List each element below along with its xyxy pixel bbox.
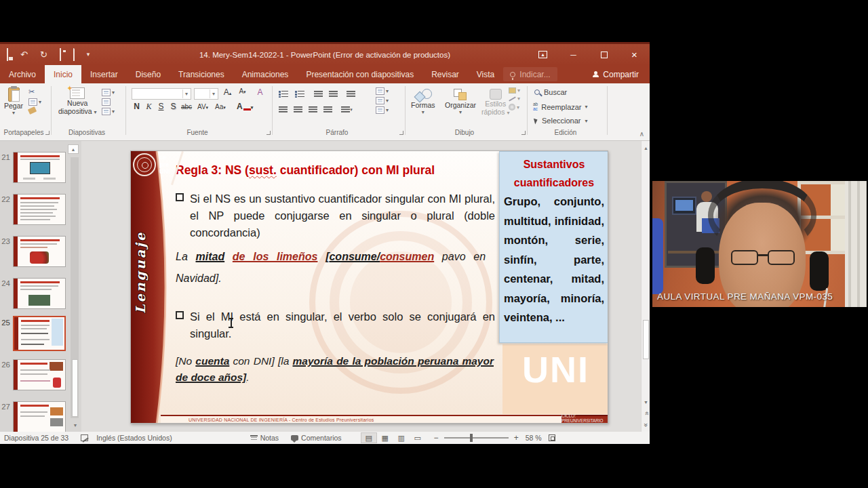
convert-smartart-button[interactable]: ▾ [376,106,389,114]
thumbnail-slide-26[interactable] [13,359,66,390]
zoom-slider-thumb[interactable] [470,434,473,442]
replace-button[interactable]: ab ac Reemplazar ▾ [533,102,588,111]
bullet-1-row[interactable]: Si el NS es un sustantivo cuantificador … [176,190,495,241]
start-slideshow-icon[interactable] [60,49,61,61]
thumbnail-slide-24[interactable] [13,278,66,309]
text-shadow-button[interactable]: S [168,102,178,113]
clear-formatting-button[interactable]: A [255,87,265,99]
thumbnail-slide-25-selected[interactable] [13,316,66,351]
close-button[interactable]: × [619,44,650,65]
scroll-up-button[interactable]: ▲ [642,143,650,152]
tab-insertar[interactable]: Insertar [81,65,127,83]
decrease-indent-button[interactable] [312,88,325,100]
paste-button[interactable]: Pegar ▾ [4,87,23,116]
normal-view-button[interactable]: ▤ [361,432,377,443]
cut-button[interactable]: ✂ [28,87,41,96]
shape-effects-button[interactable]: ▾ [509,104,520,110]
thumb-scrollbar-thumb[interactable] [72,359,78,417]
drawing-dialog-launcher-icon[interactable] [521,131,526,135]
font-dialog-launcher-icon[interactable] [267,131,271,135]
proofing-button[interactable] [81,434,88,441]
tab-presentacion[interactable]: Presentación con diapositivas [297,65,422,83]
zoom-level[interactable]: 58 % [526,434,542,442]
bullet-2-row[interactable]: Si el MI está en singular, el verbo solo… [176,308,495,342]
line-spacing-button[interactable] [344,88,357,100]
font-name-combo[interactable]: ▾ [132,88,191,100]
change-case-button[interactable]: Aa▾ [214,103,226,115]
tab-diseno[interactable]: Diseño [127,65,170,83]
character-spacing-button[interactable]: AV▾ [197,103,209,115]
slide-sorter-view-button[interactable]: ▦ [377,432,393,443]
example-1-text[interactable]: La mitad de los limeños [consume/consume… [176,246,486,289]
thumb-scroll-down-button[interactable]: ▼ [71,420,80,430]
reading-view-button[interactable]: ▥ [393,432,410,443]
new-file-icon[interactable] [73,49,75,61]
clipboard-dialog-launcher-icon[interactable] [45,131,50,135]
shrink-font-button[interactable]: A▾ [237,87,248,99]
section-button[interactable]: ▾ [102,108,115,115]
scrollbar-thumb[interactable] [643,320,649,359]
zoom-out-button[interactable]: − [434,433,439,443]
slideshow-view-button[interactable]: ▭ [410,432,426,443]
bold-button[interactable]: N [132,102,142,113]
tab-revisar[interactable]: Revisar [422,65,468,83]
tab-animaciones[interactable]: Animaciones [233,65,298,83]
columns-button[interactable]: ▾ [340,104,353,115]
maximize-button[interactable] [589,44,619,65]
thumbnail-slide-21[interactable] [13,152,66,183]
tab-inicio[interactable]: Inicio [45,65,81,83]
comments-button[interactable]: Comentarios [291,434,342,442]
tab-archivo[interactable]: Archivo [0,65,45,83]
find-button[interactable]: Buscar [534,88,567,96]
collapse-ribbon-icon[interactable]: ∧ [639,130,644,138]
align-right-button[interactable] [307,104,319,115]
increase-indent-button[interactable] [327,88,340,100]
thumb-scroll-up-button[interactable]: ▲ [68,144,79,154]
scroll-down-button[interactable]: ▼ [642,397,650,407]
grow-font-button[interactable]: A▴ [222,87,233,99]
tab-vista[interactable]: Vista [468,65,503,83]
text-direction-button[interactable]: ▾ [376,87,389,95]
quick-styles-button[interactable]: Estilos rápidos ▾ [481,89,509,116]
quantifier-nouns-box[interactable]: Sustantivos cuantificadores Grupo, conju… [499,151,608,343]
thumbnail-slide-22[interactable] [13,194,66,225]
previous-slide-button[interactable]: » [641,409,652,418]
new-slide-button[interactable]: ✦ Nueva diapositiva ▾ [58,87,97,115]
save-icon[interactable] [7,49,8,61]
font-color-button[interactable]: A▾ [236,102,254,113]
slide-canvas[interactable]: ce pre UNI Lenguaje Regla 3: NS (sust. c… [130,150,608,424]
italic-button[interactable]: K [144,102,154,113]
shape-outline-button[interactable]: ▾ [509,96,520,102]
share-button[interactable]: Compartir [582,65,650,83]
bullets-button[interactable] [277,88,290,100]
tab-transiciones[interactable]: Transiciones [170,65,233,83]
copy-button[interactable]: ▾ [28,98,41,106]
ribbon-display-options-button[interactable]: ▴ [528,44,558,65]
language-button[interactable]: Inglés (Estados Unidos) [96,434,172,442]
numbering-button[interactable] [293,88,306,100]
minimize-button[interactable]: ─ [558,44,589,65]
justify-button[interactable] [321,104,334,115]
arrange-button[interactable]: Organizar ▾ [445,89,476,115]
font-size-combo[interactable]: ▾ [194,88,218,100]
reset-slide-button[interactable] [102,98,115,106]
next-slide-button[interactable]: » [641,421,652,430]
customize-qat-chevron-icon[interactable]: ▾ [87,52,90,58]
select-button[interactable]: Seleccionar ▾ [534,117,588,125]
slide-layout-button[interactable]: ▾ [102,89,115,96]
example-2-text[interactable]: [No cuenta con DNI] [la mayoría de la po… [176,353,494,386]
notes-button[interactable]: Notas [250,434,279,442]
shape-fill-button[interactable]: ▾ [509,87,520,94]
fit-slide-button[interactable] [549,434,555,441]
shapes-button[interactable]: Formas ▾ [411,89,435,115]
format-painter-button[interactable] [28,108,41,113]
align-center-button[interactable] [292,104,304,115]
thumbnail-slide-23[interactable] [13,236,66,267]
tell-me-box[interactable]: Indicar... [503,67,557,81]
slide-title[interactable]: Regla 3: NS (sust. cuantificador) con MI… [176,163,435,178]
redo-icon[interactable]: ↻ [40,50,47,59]
zoom-slider[interactable] [444,437,509,439]
align-left-button[interactable] [277,104,290,115]
zoom-in-button[interactable]: + [514,433,519,443]
paragraph-dialog-launcher-icon[interactable] [399,131,403,135]
